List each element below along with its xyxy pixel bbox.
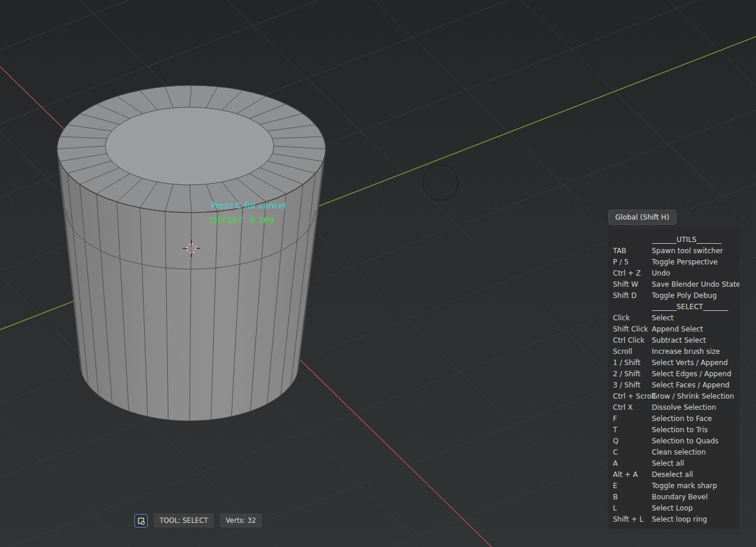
shortcut-row: 2 / Shift Select Edges / Append xyxy=(608,369,740,380)
shortcut-action: Dissolve Selection xyxy=(652,402,740,413)
shortcut-key: Shift Click xyxy=(608,324,652,335)
brush-circle[interactable] xyxy=(423,165,458,200)
shortcut-action: Select Loop xyxy=(652,503,740,514)
offset-label: OFFSET xyxy=(211,216,243,225)
shortcut-key: Shift D xyxy=(608,290,652,301)
shortcut-action: Select xyxy=(652,313,740,324)
shortcut-key: Alt + A xyxy=(608,469,652,480)
shortcut-row: Alt + A Deselect all xyxy=(608,469,740,480)
shortcut-row: 3 / Shift Select Faces / Append xyxy=(608,380,740,391)
shortcut-row: E Toggle mark sharp xyxy=(608,480,740,492)
shortcut-action: Select loop ring xyxy=(652,514,740,525)
shortcut-row: TAB Spawn tool switcher xyxy=(608,246,740,257)
shortcut-key: T xyxy=(608,425,652,436)
shortcut-key xyxy=(608,234,652,246)
shortcut-panel: _______UTILS_______ TAB Spawn tool switc… xyxy=(608,230,740,529)
shortcut-row: P / 5 Toggle Perspective xyxy=(608,257,740,268)
shortcut-key: Ctrl X xyxy=(608,402,652,413)
cylinder-top-inner-face xyxy=(105,107,274,185)
shortcut-list: _______UTILS_______ TAB Spawn tool switc… xyxy=(608,234,740,525)
shortcut-action: Selection to Quads xyxy=(652,436,740,447)
shortcut-action: Selection to Face xyxy=(652,413,740,425)
tool-badge[interactable]: TOOL: SELECT xyxy=(154,513,214,528)
shortcut-key: Shift W xyxy=(608,279,652,290)
shortcut-action: Selection to Tris xyxy=(652,425,740,436)
shortcut-key: Q xyxy=(608,436,652,447)
verts-count-badge: Verts: 32 xyxy=(220,513,261,528)
shortcut-action: Select Faces / Append xyxy=(652,380,740,391)
shortcut-action: Spawn tool switcher xyxy=(652,246,740,257)
shortcut-action: Select Edges / Append xyxy=(652,369,740,380)
cancel-hint-text: Press C for cancel xyxy=(211,201,286,210)
shortcut-action: Grow / Shrink Selection xyxy=(652,391,740,402)
shortcut-row: Ctrl X Dissolve Selection xyxy=(608,402,740,413)
shortcut-action: Select Verts / Append xyxy=(652,357,740,369)
shortcut-row: B Boundary Bevel xyxy=(608,492,740,503)
shortcut-row: F Selection to Face xyxy=(608,413,740,425)
shortcut-action: Toggle Perspective xyxy=(652,257,740,268)
3d-viewport[interactable]: Press C for cancel OFFSET 0.369 Global (… xyxy=(0,0,756,547)
shortcut-row: Shift Click Append Select xyxy=(608,324,740,335)
shortcut-action: Deselect all xyxy=(652,469,740,480)
shortcut-key: Ctrl Click xyxy=(608,335,652,346)
shortcut-action: _______UTILS_______ xyxy=(652,234,740,246)
shortcut-action: _______SELECT_______ xyxy=(652,301,740,313)
shortcut-key: Click xyxy=(608,313,652,324)
shortcut-action: Increase brush size xyxy=(652,346,740,357)
shortcut-row: Ctrl + Z Undo xyxy=(608,268,740,279)
global-shortcuts-button[interactable]: Global (Shift H) xyxy=(608,210,677,225)
shortcut-row: Shift W Save Blender Undo State xyxy=(608,279,740,290)
shortcut-row: 1 / Shift Select Verts / Append xyxy=(608,357,740,369)
shortcut-row: Click Select xyxy=(608,313,740,324)
shortcut-row: Shift + L Select loop ring xyxy=(608,514,740,525)
shortcut-key: E xyxy=(608,480,652,492)
shortcut-key: Scroll xyxy=(608,346,652,357)
offset-readout: OFFSET 0.369 xyxy=(211,216,274,225)
shortcut-action: Save Blender Undo State xyxy=(652,279,740,290)
shortcut-row: A Select all xyxy=(608,458,740,469)
shortcut-key: B xyxy=(608,492,652,503)
shortcut-key: L xyxy=(608,503,652,514)
shortcut-action: Clean selection xyxy=(652,447,740,458)
shortcut-key: A xyxy=(608,458,652,469)
shortcut-row: Q Selection to Quads xyxy=(608,436,740,447)
shortcut-key: F xyxy=(608,413,652,425)
shortcut-action: Undo xyxy=(652,268,740,279)
shortcut-row: Scroll Increase brush size xyxy=(608,346,740,357)
shortcut-key: TAB xyxy=(608,246,652,257)
shortcut-key: 2 / Shift xyxy=(608,369,652,380)
status-bar: TOOL: SELECT Verts: 32 xyxy=(134,513,262,528)
shortcut-key: Ctrl + Scroll xyxy=(608,391,652,402)
shortcut-key: Shift + L xyxy=(608,514,652,525)
shortcut-row: Shift D Toggle Poly Debug xyxy=(608,290,740,301)
shortcut-row: C Clean selection xyxy=(608,447,740,458)
shortcut-row: _______UTILS_______ xyxy=(608,234,740,246)
shortcut-action: Subtract Select xyxy=(652,335,740,346)
shortcut-row: Ctrl Click Subtract Select xyxy=(608,335,740,346)
shortcut-key: 1 / Shift xyxy=(608,357,652,369)
shortcut-key xyxy=(608,301,652,313)
shortcut-key: Ctrl + Z xyxy=(608,268,652,279)
shortcut-row: Ctrl + Scroll Grow / Shrink Selection xyxy=(608,391,740,402)
shortcut-key: 3 / Shift xyxy=(608,380,652,391)
select-tool-icon[interactable] xyxy=(134,514,148,528)
shortcut-action: Toggle Poly Debug xyxy=(652,290,740,301)
shortcut-row: T Selection to Tris xyxy=(608,425,740,436)
shortcut-action: Select all xyxy=(652,458,740,469)
shortcut-key: C xyxy=(608,447,652,458)
shortcut-action: Append Select xyxy=(652,324,740,335)
offset-value: 0.369 xyxy=(250,216,274,225)
shortcut-row: L Select Loop xyxy=(608,503,740,514)
shortcut-key: P / 5 xyxy=(608,257,652,268)
marquee-select-icon xyxy=(137,516,145,525)
shortcut-action: Toggle mark sharp xyxy=(652,480,740,492)
shortcut-action: Boundary Bevel xyxy=(652,492,740,503)
shortcut-row: _______SELECT_______ xyxy=(608,301,740,313)
